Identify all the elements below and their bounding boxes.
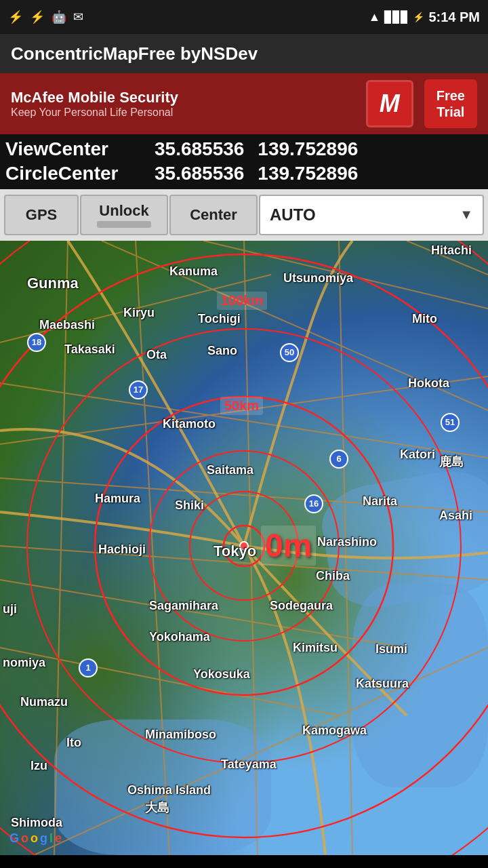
gmail-icon: ✉: [73, 9, 83, 24]
distance-center-label: 0m: [261, 526, 316, 566]
circle-center-row: CircleCenter 35.685536 139.752896: [5, 161, 483, 186]
ad-subtitle: Keep Your Personal Life Personal: [11, 106, 355, 119]
label-utsunomiya: Utsunomiya: [283, 271, 353, 285]
label-kanuma: Kanuma: [169, 264, 218, 279]
label-kimitsu: Kimitsu: [293, 641, 338, 655]
label-tochigi: Tochigi: [198, 312, 241, 326]
ad-logo: M: [366, 80, 413, 127]
circle-center-label: CircleCenter: [5, 161, 155, 186]
status-icons-left: ⚡ ⚡ 🤖 ✉: [8, 9, 83, 24]
controls-bar: GPS Unlock Center AUTO ▼: [0, 189, 488, 241]
time-display: 5:14 PM: [428, 9, 480, 25]
label-chiba: Chiba: [316, 569, 350, 583]
label-numazu: Numazu: [20, 695, 68, 709]
svg-line-0: [0, 383, 488, 458]
ad-text: McAfee Mobile Security Keep Your Persona…: [11, 89, 355, 119]
route-badge-51: 51: [441, 413, 460, 432]
circle-center-lat: 35.685536: [155, 161, 244, 186]
label-shiki: Shiki: [175, 498, 204, 513]
label-kiryu: Kiryu: [123, 306, 155, 320]
view-center-lon: 139.752896: [258, 137, 358, 161]
gps-button[interactable]: GPS: [4, 195, 79, 235]
label-kamogawa: Kamogawa: [302, 724, 367, 738]
route-badge-17: 17: [129, 380, 148, 399]
route-badge-16: 16: [304, 494, 323, 513]
label-gunma: Gunma: [27, 275, 79, 292]
label-hitachi: Hitachi: [431, 243, 472, 258]
mcafee-logo-letter: M: [380, 90, 400, 118]
label-maebashi: Maebashi: [39, 318, 95, 332]
view-center-row: ViewCenter 35.685536 139.752896: [5, 137, 483, 161]
svg-line-6: [54, 241, 68, 855]
route-badge-50: 50: [280, 343, 299, 362]
label-hamura: Hamura: [95, 492, 140, 506]
distance-50km-label: 50km: [220, 397, 263, 415]
label-katsuura: Katsuura: [356, 677, 409, 691]
view-center-lat: 35.685536: [155, 137, 244, 161]
ad-banner[interactable]: McAfee Mobile Security Keep Your Persona…: [0, 73, 488, 134]
label-isumi: Isumi: [375, 642, 407, 656]
label-ito: Ito: [66, 736, 81, 750]
route-badge-6: 6: [329, 450, 348, 469]
title-bar: ConcentricMapFree byNSDev: [0, 34, 488, 73]
distance-100km-label: 100km: [217, 292, 267, 310]
ad-free-trial-button[interactable]: Free Trial: [424, 79, 477, 128]
label-tateyama: Tateyama: [221, 757, 277, 772]
app-title: ConcentricMapFree byNSDev: [11, 43, 258, 64]
unlock-button[interactable]: Unlock: [80, 195, 168, 235]
view-center-label: ViewCenter: [5, 137, 155, 161]
label-hokota: Hokota: [408, 376, 449, 391]
svg-line-10: [0, 478, 488, 512]
label-sano: Sano: [207, 344, 237, 358]
label-uji: uji: [3, 602, 17, 616]
unlock-indicator: [97, 221, 151, 228]
label-yokosuka: Yokosuka: [193, 667, 250, 682]
label-nomiya: nomiya: [3, 656, 45, 670]
usb-icon: ⚡: [8, 9, 23, 24]
status-icons-right: ▲ ▊▊▊ ⚡ 5:14 PM: [369, 9, 480, 25]
label-narita: Narita: [363, 494, 397, 509]
label-ota: Ota: [146, 348, 167, 362]
label-shimoda: Shimoda: [11, 816, 62, 830]
auto-dropdown[interactable]: AUTO ▼: [259, 195, 484, 235]
label-yokohama: Yokohama: [149, 630, 210, 644]
center-button[interactable]: Center: [169, 195, 258, 235]
dropdown-arrow-icon: ▼: [460, 207, 473, 222]
ad-title: McAfee Mobile Security: [11, 89, 355, 106]
label-takasaki: Takasaki: [64, 342, 115, 357]
label-kashima-kanji: 鹿島: [439, 454, 464, 470]
auto-label: AUTO: [270, 205, 316, 224]
label-narashino: Narashino: [317, 535, 377, 549]
circle-center-lon: 139.752896: [258, 161, 358, 186]
label-asahi: Asahi: [439, 509, 472, 523]
label-minamiboso: Minamiboso: [145, 728, 216, 742]
label-sodegaura: Sodegaura: [270, 599, 333, 613]
wifi-icon: ▲: [369, 10, 381, 24]
battery-icon: ⚡: [413, 12, 424, 22]
status-bar: ⚡ ⚡ 🤖 ✉ ▲ ▊▊▊ ⚡ 5:14 PM: [0, 0, 488, 34]
label-kitamoto: Kitamoto: [163, 417, 216, 431]
signal-icon: ▊▊▊: [384, 11, 409, 24]
android-icon: 🤖: [52, 9, 66, 24]
route-badge-1: 1: [79, 658, 98, 677]
coordinates-panel: ViewCenter 35.685536 139.752896 CircleCe…: [0, 134, 488, 189]
label-oshima-kanji: 大島: [145, 800, 169, 816]
label-sagamihara: Sagamihara: [149, 599, 218, 613]
route-badge-18: 18: [27, 333, 46, 352]
label-oshima: Oshima Island: [127, 783, 211, 797]
label-izu: Izu: [30, 759, 47, 773]
label-saitama: Saitama: [207, 463, 253, 477]
label-hachioji: Hachioji: [98, 542, 146, 557]
map-view[interactable]: 100km 50km 0m Gunma Maebashi Kiryu Kanum…: [0, 241, 488, 855]
svg-line-14: [34, 648, 488, 855]
label-mito: Mito: [412, 312, 437, 326]
usb2-icon: ⚡: [30, 9, 45, 24]
google-watermark: G o o g l e: [9, 831, 62, 846]
label-katori: Katori: [400, 448, 435, 462]
label-tokyo: Tokyo: [214, 542, 256, 560]
google-g: G: [9, 831, 19, 846]
